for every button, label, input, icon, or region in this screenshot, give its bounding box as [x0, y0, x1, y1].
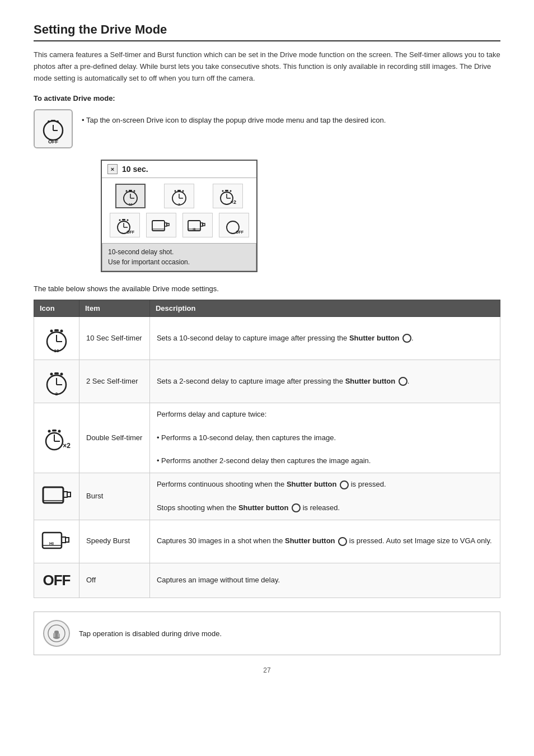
- item-double: Double Self-timer: [79, 403, 150, 473]
- icon-burst-svg: [41, 480, 72, 512]
- col-description: Description: [149, 300, 500, 317]
- icon-double-svg: ×2: [41, 422, 72, 454]
- item-off: Off: [79, 563, 150, 598]
- shutter-circle-speedy: [338, 537, 347, 546]
- icon-speedy-burst-svg: Hi: [41, 526, 72, 557]
- item-10sec: 10 Sec Self-timer: [79, 317, 150, 360]
- activate-row: OFF • Tap the on-screen Drive icon to di…: [34, 109, 500, 148]
- svg-text:OFF: OFF: [127, 230, 135, 234]
- table-row: ×2 Double Self-timer Performs delay and …: [34, 403, 500, 473]
- popup-header: × 10 sec.: [102, 161, 256, 178]
- icon-cell-2sec: 2: [34, 360, 79, 403]
- popup-icon-off[interactable]: OFF: [219, 213, 249, 237]
- svg-point-65: [58, 430, 61, 433]
- svg-rect-47: [54, 329, 59, 332]
- desc-speedy-burst: Captures 30 images in a shot when the Sh…: [149, 520, 500, 563]
- drive-mode-table: Icon Item Description 10 10 Sec Self-tim…: [34, 300, 500, 598]
- svg-rect-61: [52, 430, 57, 432]
- drive-off-svg: OFF: [38, 114, 68, 144]
- note-icon: [43, 620, 70, 647]
- popup-icon-10sec[interactable]: 10: [115, 184, 146, 208]
- popup-burst-svg: [150, 215, 172, 235]
- svg-point-12: [134, 190, 135, 192]
- page-title: Setting the Drive Mode: [34, 22, 500, 41]
- table-row: OFF Off Captures an image without time d…: [34, 563, 500, 598]
- off-icon-text: OFF: [41, 569, 72, 592]
- page-number: 27: [34, 666, 500, 674]
- icon-cell-off: OFF: [34, 563, 79, 598]
- svg-text:10: 10: [54, 348, 59, 353]
- svg-point-25: [222, 190, 223, 192]
- svg-point-57: [50, 373, 53, 376]
- desc-2sec: Sets a 2-second delay to capture image a…: [149, 360, 500, 403]
- popup-window: × 10 sec. 10: [101, 160, 257, 272]
- svg-point-50: [50, 330, 53, 333]
- popup-icon-speedy-burst[interactable]: Hi: [182, 213, 213, 237]
- item-speedy-burst: Speedy Burst: [79, 520, 150, 563]
- shutter-circle-burst2: [292, 503, 301, 512]
- svg-rect-41: [203, 223, 205, 226]
- svg-rect-22: [225, 190, 228, 192]
- popup-double-svg: ×2: [217, 186, 239, 206]
- popup-icons-row1: 10 2: [102, 178, 256, 211]
- popup-off-svg: OFF: [223, 215, 245, 235]
- note-text: Tap operation is disabled during drive m…: [79, 629, 222, 638]
- svg-point-4: [48, 120, 50, 123]
- popup-10sec-svg: 10: [119, 186, 142, 206]
- drive-off-icon-box: OFF: [34, 109, 73, 148]
- svg-text:×2: ×2: [63, 442, 71, 450]
- activate-desc: • Tap the on-screen Drive icon to displa…: [82, 109, 386, 127]
- item-2sec: 2 Sec Self-timer: [79, 360, 150, 403]
- svg-text:Hi: Hi: [193, 227, 196, 231]
- desc-10sec: Sets a 10-second delay to capture image …: [149, 317, 500, 360]
- table-row: Burst Performs continuous shooting when …: [34, 473, 500, 520]
- desc-off: Captures an image without time delay.: [149, 563, 500, 598]
- popup-tooltip-line1: 10-second delay shot.: [108, 247, 250, 257]
- popup-title: 10 sec.: [122, 165, 148, 174]
- shutter-bold-burst1: Shutter button: [287, 480, 337, 488]
- icon-cell-speedy-burst: Hi: [34, 520, 79, 563]
- svg-point-11: [126, 190, 128, 192]
- svg-rect-54: [54, 372, 59, 375]
- table-row: 10 10 Sec Self-timer Sets a 10-second de…: [34, 317, 500, 360]
- popup-tooltip-line2: Use for important occasion.: [108, 257, 250, 267]
- svg-rect-37: [167, 223, 169, 226]
- icon-cell-10sec: 10: [34, 317, 79, 360]
- svg-rect-1: [51, 120, 55, 122]
- shutter-circle-2sec: [399, 377, 407, 386]
- svg-text:Hi: Hi: [49, 541, 54, 546]
- svg-rect-80: [58, 633, 60, 637]
- popup-icons-row2: OFF Hi: [102, 211, 256, 243]
- shutter-bold-10sec: Shutter button: [349, 334, 400, 342]
- svg-point-32: [119, 220, 120, 221]
- popup-icon-burst[interactable]: [146, 213, 176, 237]
- shutter-circle-burst1: [340, 480, 349, 489]
- col-item: Item: [79, 300, 150, 317]
- popup-icon-2sec[interactable]: 2: [164, 184, 194, 208]
- popup-tooltip: 10-second delay shot. Use for important …: [102, 243, 256, 271]
- svg-point-5: [57, 120, 59, 123]
- svg-point-26: [229, 190, 231, 192]
- svg-text:×2: ×2: [231, 199, 236, 205]
- popup-2sec-svg: 2: [168, 186, 190, 206]
- shutter-circle-10sec: [402, 334, 411, 343]
- popup-close-btn[interactable]: ×: [107, 164, 118, 174]
- popup-screenshot: × 10 sec. 10: [101, 160, 257, 272]
- activate-label: To activate Drive mode:: [34, 94, 500, 102]
- svg-rect-8: [129, 190, 132, 192]
- popup-icon-double[interactable]: ×2: [213, 184, 243, 208]
- desc-double: Performs delay and capture twice: • Perf…: [149, 403, 500, 473]
- svg-point-64: [48, 430, 51, 433]
- shutter-bold-2sec: Shutter button: [345, 377, 396, 385]
- popup-icon-off-timer[interactable]: OFF: [110, 213, 140, 237]
- shutter-bold-burst2: Shutter button: [238, 503, 289, 512]
- table-row: Hi Speedy Burst Captures 30 images in a …: [34, 520, 500, 563]
- svg-point-51: [60, 330, 63, 333]
- svg-point-19: [182, 190, 184, 192]
- note-box: Tap operation is disabled during drive m…: [34, 612, 500, 655]
- svg-text:OFF: OFF: [236, 230, 244, 234]
- icon-10sec-svg: 10: [41, 323, 72, 354]
- note-icon-svg: [47, 624, 66, 643]
- svg-rect-29: [122, 219, 125, 221]
- intro-text: This camera features a Self-timer and Bu…: [34, 49, 500, 84]
